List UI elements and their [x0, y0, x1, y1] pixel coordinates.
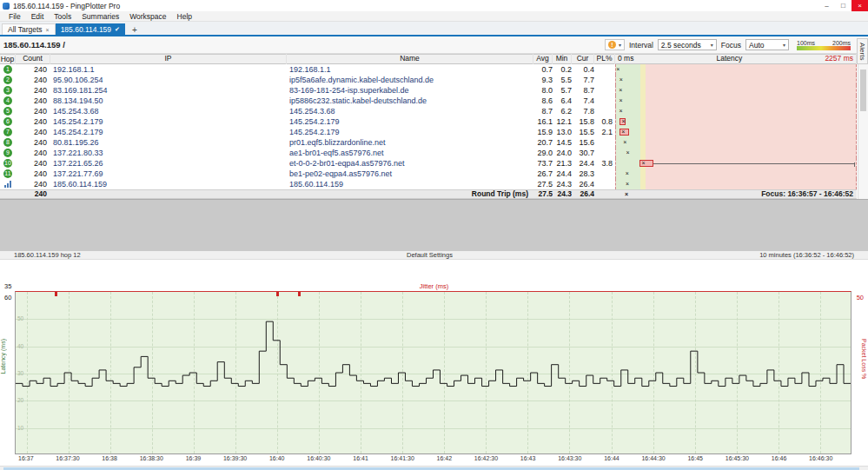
table-row[interactable]: 9240137.221.80.33ae1-br01-eqf5.as57976.n… — [0, 148, 857, 158]
time-tick-label: 16:39:30 — [223, 455, 247, 461]
hop-min: 13.0 — [553, 127, 572, 137]
latency-marker: × — [621, 118, 625, 124]
alert-state-button[interactable]: ! ▾ — [605, 39, 625, 50]
latency-axis-max: 60 — [4, 294, 11, 301]
hop-ip: 83.169.181.254 — [50, 85, 287, 96]
menu-edit[interactable]: Edit — [26, 12, 50, 21]
hop-cur: 26.4 — [572, 179, 594, 189]
menu-summaries[interactable]: Summaries — [76, 12, 124, 21]
alerts-panel-tab[interactable]: Alerts — [857, 38, 868, 64]
close-button[interactable]: × — [851, 0, 868, 11]
col-header-count[interactable]: Count — [16, 54, 50, 64]
hop-ip: 185.60.114.159 — [50, 179, 287, 189]
title-bar: 185.60.114.159 - PingPlotter Pro – □ × — [0, 0, 868, 11]
latency-header-label: Latency — [717, 54, 743, 64]
hop-min: 21.3 — [553, 158, 572, 169]
col-header-pl[interactable]: PL% — [594, 54, 615, 64]
focus-select[interactable]: Auto ▾ — [745, 39, 789, 50]
hop-avg: 73.7 — [533, 158, 553, 169]
table-row[interactable]: 240185.60.114.159185.60.114.15927.524.32… — [0, 179, 857, 189]
timeline-plot[interactable]: 5040302010 — [15, 291, 851, 454]
hop-pl — [594, 169, 615, 179]
hop-avg: 26.7 — [533, 169, 553, 179]
hop-ip: 137.221.65.26 — [50, 158, 287, 169]
hop-min: 5.7 — [553, 85, 572, 96]
hop-latency-graph: × — [615, 64, 857, 75]
new-tab-button[interactable]: + — [129, 25, 141, 35]
table-row[interactable]: 1240192.168.1.1192.168.1.10.70.20.4× — [0, 64, 857, 75]
pingplotter-window: 185.60.114.159 - PingPlotter Pro – □ × F… — [0, 0, 868, 470]
hop-pl — [594, 96, 615, 106]
hop-ip: 137.221.77.69 — [50, 169, 287, 179]
hop-number-badge: 6 — [3, 117, 12, 126]
timeline-x-labels: 16:3716:37:3016:3816:38:3016:3916:39:301… — [15, 455, 851, 464]
vertical-scrollbar[interactable] — [858, 64, 868, 199]
latency-marker: × — [626, 149, 630, 156]
tab-target-label: 185.60.114.159 — [61, 25, 111, 34]
round-trip-row: 240 Round Trip (ms) 27.5 24.3 26.4 Focus… — [0, 189, 857, 199]
hop-name: ip5f5a6afe.dynamic.kabel-deutschland.de — [287, 75, 533, 85]
time-tick-label: 16:37:30 — [56, 455, 79, 461]
menu-tools[interactable]: Tools — [49, 12, 76, 21]
hop-avg: 29.0 — [533, 148, 553, 158]
focus-range-label: Focus: 16:36:57 - 16:46:52 — [761, 189, 853, 199]
window-title: 185.60.114.159 - PingPlotter Pro — [13, 2, 120, 10]
time-tick-label: 16:42:30 — [474, 455, 498, 461]
tab-close-icon[interactable]: × — [46, 27, 50, 33]
hop-name: 145.254.3.68 — [287, 106, 533, 116]
table-row[interactable]: 5240145.254.3.68145.254.3.688.76.27.8× — [0, 106, 857, 116]
hop-latency-graph: × — [615, 148, 857, 158]
interval-select[interactable]: 2.5 seconds ▾ — [658, 39, 717, 50]
tab-all-targets[interactable]: All Targets × — [2, 23, 56, 35]
col-header-avg[interactable]: Avg — [533, 54, 553, 64]
col-header-latency[interactable]: 0 ms Latency 2257 ms — [615, 54, 857, 64]
hop-name: 83-169-181-254-isp.superkabel.de — [287, 85, 533, 96]
hop-latency-graph: × — [615, 116, 857, 127]
menu-workspace[interactable]: Workspace — [124, 12, 171, 21]
col-header-ip[interactable]: IP — [50, 54, 287, 64]
menu-help[interactable]: Help — [172, 12, 197, 21]
hop-cell — [0, 179, 16, 189]
target-graph-icon — [4, 181, 11, 188]
minimize-button[interactable]: – — [818, 0, 835, 11]
table-row[interactable]: 7240145.254.2.179145.254.2.17915.913.015… — [0, 127, 857, 137]
latency-marker: × — [641, 160, 645, 166]
hop-number-badge: 7 — [3, 128, 12, 136]
hop-cell: 7 — [0, 127, 16, 137]
col-header-hop[interactable]: Hop — [0, 54, 16, 64]
menu-file[interactable]: File — [3, 12, 26, 21]
hop-number-badge: 10 — [3, 159, 12, 168]
maximize-button[interactable]: □ — [835, 0, 851, 11]
hop-latency-graph: × — [615, 106, 857, 116]
jitter-label: Jitter (ms) — [420, 282, 448, 290]
roundtrip-min: 24.3 — [553, 189, 572, 199]
hop-name: et-0-0-2-br01-eqpa4.as57976.net — [287, 158, 533, 169]
table-row[interactable]: 424088.134.194.50ip5886c232.static.kabel… — [0, 96, 857, 106]
timeline-target-label[interactable]: 185.60.114.159 hop 12 — [0, 251, 191, 259]
hop-count: 240 — [16, 75, 50, 85]
vertical-scrollbar-thumb[interactable] — [860, 70, 866, 111]
table-row[interactable]: 10240137.221.65.26et-0-0-2-br01-eqpa4.as… — [0, 158, 857, 169]
hop-count: 240 — [16, 85, 50, 96]
hop-min: 24.4 — [553, 169, 572, 179]
timeline-settings-label[interactable]: Default Settings — [191, 251, 668, 259]
hop-min: 24.3 — [553, 179, 572, 189]
time-tick-label: 16:44 — [604, 455, 620, 461]
table-row[interactable]: 824080.81.195.26pr01.eqf5.blizzardonline… — [0, 137, 857, 148]
tab-target[interactable]: 185.60.114.159 ✔ — [56, 23, 125, 35]
horizontal-scrollbar[interactable] — [0, 466, 868, 470]
hop-min: 6.4 — [553, 96, 572, 106]
col-header-cur[interactable]: Cur — [572, 54, 594, 64]
roundtrip-pl — [594, 189, 615, 199]
col-header-name[interactable]: Name — [287, 54, 533, 64]
table-row[interactable]: 324083.169.181.25483-169-181-254-isp.sup… — [0, 85, 857, 96]
table-row[interactable]: 6240145.254.2.179145.254.2.17916.112.115… — [0, 116, 857, 127]
table-row[interactable]: 224095.90.106.254ip5f5a6afe.dynamic.kabe… — [0, 75, 857, 85]
chevron-down-icon: ▾ — [711, 42, 713, 48]
hop-number-badge: 8 — [3, 138, 12, 147]
col-header-min[interactable]: Min — [553, 54, 572, 64]
hop-cur: 15.5 — [572, 127, 594, 137]
hop-name: 185.60.114.159 — [287, 179, 533, 189]
hop-number-badge: 4 — [3, 96, 12, 105]
table-row[interactable]: 11240137.221.77.69be1-pe02-eqpa4.as57976… — [0, 169, 857, 179]
